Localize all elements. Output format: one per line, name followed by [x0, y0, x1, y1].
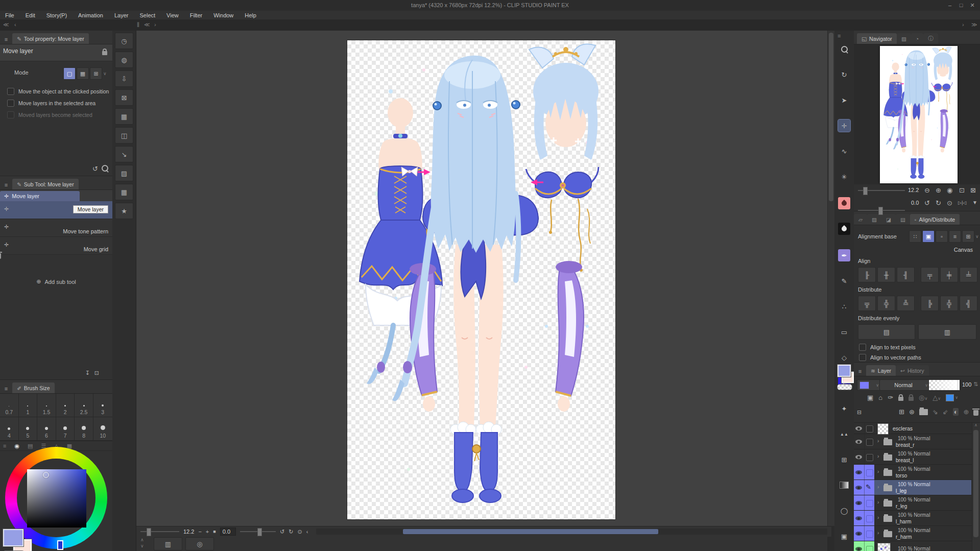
zoom-in-icon[interactable]: +	[206, 529, 209, 535]
expand-chevron-icon[interactable]: ›	[877, 453, 879, 459]
menu-animation[interactable]: Animation	[78, 12, 103, 18]
history-tab[interactable]: ↩ History	[896, 365, 928, 376]
layer-row-breast-r[interactable]: › 100 % Normal breast_r	[854, 434, 980, 449]
brush-size-tab[interactable]: ✐ Brush Size	[12, 382, 55, 393]
nav-flip-horizontal-icon[interactable]: ▷|◁	[958, 200, 966, 205]
visibility-eye-icon[interactable]	[855, 440, 862, 444]
color-panel-menu-icon[interactable]: ≡	[3, 443, 6, 449]
sub-tool-item-move-tone[interactable]: ✛ Move tone pattern	[0, 219, 112, 237]
opacity-stepper-icon[interactable]: ⇅	[973, 381, 978, 388]
close-button[interactable]: ✕	[967, 0, 978, 10]
distribute-top-button[interactable]: ╦	[858, 296, 876, 311]
expand-chevron-icon[interactable]: ›	[877, 515, 879, 520]
nav-fit-screen-icon[interactable]: ⊡	[959, 186, 965, 194]
delete-sub-tool-icon[interactable]	[0, 253, 1, 259]
brush-size-1[interactable]: 1	[19, 394, 38, 417]
expand-chevron-icon[interactable]: ›	[877, 499, 879, 505]
tool-transparent-swatch[interactable]	[837, 384, 852, 390]
subview-tab[interactable]: ▨	[897, 33, 911, 44]
brush-size-10[interactable]: 10	[93, 417, 112, 441]
collapse-controls-icon[interactable]: ‹	[306, 529, 308, 535]
material-image-button[interactable]: ▨	[115, 165, 133, 181]
mode-dropdown-icon[interactable]: ∨	[103, 71, 107, 76]
checkbox-align-text-pixels[interactable]	[859, 344, 866, 351]
pen-tool[interactable]: ✒	[838, 249, 850, 261]
brush-shape-dock-tab[interactable]: ▨	[867, 214, 881, 225]
menu-layer[interactable]: Layer	[114, 12, 129, 18]
align-right-button[interactable]: ╢	[897, 267, 915, 282]
selection-source-dropdown-icon[interactable]: ◎∨	[919, 394, 927, 401]
base-canvas-button[interactable]: ▣	[922, 230, 935, 243]
navigator-zoom-slider[interactable]	[858, 187, 905, 194]
menu-select[interactable]: Select	[140, 12, 156, 18]
hue-selector-icon[interactable]	[57, 540, 63, 550]
eyedropper-2-tool[interactable]	[838, 223, 850, 235]
quick-share-tab[interactable]: ◔	[911, 33, 923, 44]
visibility-eye-icon[interactable]	[855, 501, 862, 505]
center-view-button[interactable]: ◎	[185, 537, 214, 550]
fit-to-screen-icon[interactable]: ■	[213, 529, 216, 534]
reset-tool-icon[interactable]: ↺	[92, 165, 98, 173]
lock-layer-icon[interactable]	[898, 397, 903, 401]
canvas[interactable]	[347, 40, 616, 520]
brush-size-3[interactable]: 3	[93, 394, 112, 417]
menu-file[interactable]: File	[5, 12, 14, 18]
material-close-button[interactable]: ⊠	[115, 89, 133, 106]
auto-select-tool[interactable]: ✳	[838, 171, 850, 183]
align-vcenter-button[interactable]: ╪	[940, 267, 958, 282]
checkbox-align-vector-paths[interactable]	[859, 354, 866, 361]
color-slider-tab-icon[interactable]: ▤	[28, 443, 33, 449]
expand-up-icon[interactable]: ∧	[140, 537, 144, 542]
menu-story[interactable]: Story(P)	[46, 12, 67, 18]
edit-target-checkbox[interactable]	[866, 469, 873, 476]
sv-selector-icon[interactable]	[43, 472, 49, 478]
grid-tool[interactable]: ⊞	[838, 453, 850, 466]
blend-mode-dropdown[interactable]: Normal ∨	[879, 379, 930, 391]
base-selection-button[interactable]: ▫	[936, 230, 948, 243]
distribute-left-button[interactable]: ╠	[921, 296, 939, 311]
distribute-bottom-button[interactable]: ╩	[897, 296, 915, 311]
timeline-toggle-button[interactable]: ▥	[154, 537, 182, 550]
distribute-evenly-v-button[interactable]: ▥	[918, 324, 976, 340]
distribute-vcenter-button[interactable]: ╬	[877, 296, 895, 311]
navigator-rotation-slider[interactable]	[858, 207, 905, 214]
sub-tool-item-move-layer[interactable]: ✛ Move layer	[0, 201, 112, 219]
base-last-selected-button[interactable]: ≡	[949, 230, 961, 243]
visibility-eye-icon[interactable]	[855, 426, 862, 430]
add-sub-tool-button[interactable]: ⊕ Add sub tool	[0, 278, 112, 285]
frame-border-tool[interactable]: ▣	[838, 530, 850, 542]
layer-row-r-leg[interactable]: › 100 % Normal r_leg	[854, 495, 980, 511]
color-wheel-tab-icon[interactable]: ◉	[14, 443, 19, 449]
menu-edit[interactable]: Edit	[26, 12, 35, 18]
tool-property-tab[interactable]: ✎ Tool property: Move layer	[12, 33, 89, 44]
layer-tab[interactable]: ≋ Layer	[866, 365, 896, 376]
brush-size-1.5[interactable]: 1.5	[37, 394, 56, 417]
scroll-tabs-right-icon[interactable]: ›	[154, 21, 156, 28]
edit-target-checkbox[interactable]	[866, 454, 873, 461]
timeline-icon[interactable]: ⊟	[857, 409, 862, 416]
nav-zoom-in-icon[interactable]: ⊕	[936, 186, 941, 194]
base-frame-button[interactable]: ⊞	[962, 230, 974, 243]
new-layer-icon[interactable]: ⊞	[899, 408, 904, 416]
move-canvas-tool[interactable]: ↻	[838, 68, 850, 81]
checkbox-move-object[interactable]	[7, 88, 14, 95]
distribute-hcenter-button[interactable]: ╬	[940, 296, 958, 311]
canvas-rotation-value[interactable]: 0.0	[220, 528, 236, 536]
brush-size-2[interactable]: 2	[56, 394, 75, 417]
mode-rectangle-button[interactable]: ▢	[63, 67, 76, 80]
brush-size-2.5[interactable]: 2.5	[75, 394, 93, 417]
layer-row-torso[interactable]: › 100 % Normal torso	[854, 465, 980, 480]
nav-rotate-ccw-icon[interactable]: ↺	[924, 199, 930, 207]
visibility-eye-icon[interactable]	[855, 516, 862, 520]
brush-size-0.7[interactable]: 0.7	[0, 394, 19, 417]
rotate-cw-icon[interactable]: ↻	[289, 529, 293, 535]
sub-tool-tab[interactable]: ✎ Sub Tool: Move layer	[12, 179, 79, 189]
edit-target-checkbox[interactable]	[866, 439, 873, 446]
visibility-eye-icon[interactable]	[855, 470, 862, 474]
menu-help[interactable]: Help	[245, 12, 256, 18]
align-top-button[interactable]: ╤	[921, 267, 939, 282]
zoom-out-icon[interactable]: −	[198, 529, 201, 535]
edit-target-checkbox[interactable]	[866, 531, 873, 538]
nav-rotate-reset-icon[interactable]: ⊙	[947, 199, 952, 207]
operation-tool[interactable]: ➤	[838, 94, 850, 106]
